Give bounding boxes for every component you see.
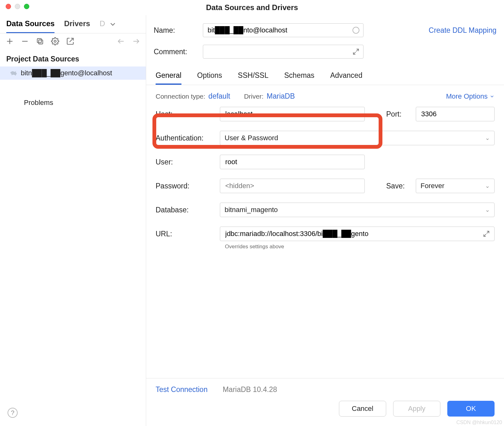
tab-data-sources[interactable]: Data Sources xyxy=(6,15,54,33)
comment-input[interactable] xyxy=(203,45,364,59)
auth-select[interactable]: User & Password ⌄ xyxy=(220,131,495,145)
auth-value: User & Password xyxy=(225,134,278,142)
password-field[interactable] xyxy=(225,181,360,190)
tab-advanced[interactable]: Advanced xyxy=(330,71,362,85)
expand-icon[interactable] xyxy=(483,230,490,237)
expand-icon[interactable] xyxy=(352,48,359,55)
svg-point-5 xyxy=(54,40,56,43)
mariadb-icon xyxy=(9,69,17,77)
gear-icon[interactable] xyxy=(51,37,59,45)
svg-line-10 xyxy=(353,52,356,54)
svg-rect-4 xyxy=(37,38,41,43)
tab-schemas[interactable]: Schemas xyxy=(284,71,314,85)
comment-field[interactable] xyxy=(207,47,352,56)
host-input[interactable] xyxy=(220,107,365,121)
password-input[interactable] xyxy=(220,179,365,193)
apply-button[interactable]: Apply xyxy=(393,401,440,417)
svg-line-12 xyxy=(484,234,486,236)
sidebar: Data Sources Drivers D Project Data Sour… xyxy=(0,15,146,426)
database-select[interactable]: bitnami_magento ⌄ xyxy=(220,203,495,217)
url-note: Overrides settings above xyxy=(225,244,495,250)
dialog-title: Data Sources and Drivers xyxy=(0,3,504,12)
ok-button[interactable]: OK xyxy=(447,401,495,417)
driver-label: Driver: xyxy=(244,93,264,100)
port-input[interactable] xyxy=(416,107,495,121)
more-options-link[interactable]: More Options xyxy=(446,92,495,101)
driver-version: MariaDB 10.4.28 xyxy=(223,385,277,394)
details-panel: Name: Create DDL Mapping Comment: xyxy=(146,15,504,426)
driver-value[interactable]: MariaDB xyxy=(267,92,295,101)
save-value: Forever xyxy=(421,182,444,190)
more-options-label: More Options xyxy=(446,92,488,101)
tab-general[interactable]: General xyxy=(156,71,181,85)
svg-line-9 xyxy=(356,49,358,51)
tab-extra[interactable]: D xyxy=(100,15,105,33)
user-field[interactable] xyxy=(225,158,360,166)
sidebar-toolbar xyxy=(0,33,146,49)
chevron-down-icon: ⌄ xyxy=(485,206,490,213)
connection-info-row: Connection type: default Driver: MariaDB… xyxy=(146,85,504,103)
sidebar-tabs: Data Sources Drivers D xyxy=(0,15,146,33)
chevron-down-icon[interactable] xyxy=(109,20,117,28)
port-label: Port: xyxy=(386,110,411,118)
tab-options[interactable]: Options xyxy=(197,71,222,85)
help-icon[interactable]: ? xyxy=(8,408,18,418)
comment-label: Comment: xyxy=(154,48,203,56)
minimize-window-icon[interactable] xyxy=(15,4,20,9)
copy-icon[interactable] xyxy=(36,37,44,45)
database-label: Database: xyxy=(156,206,215,214)
conn-type-value[interactable]: default xyxy=(209,92,230,101)
sidebar-problems[interactable]: Problems xyxy=(0,80,146,110)
conn-type-label: Connection type: xyxy=(156,93,205,100)
footer-test-row: Test Connection MariaDB 10.4.28 xyxy=(146,378,504,401)
url-field[interactable] xyxy=(225,229,483,238)
close-window-icon[interactable] xyxy=(6,4,11,9)
watermark: CSDN @hhkun0120 xyxy=(456,420,502,425)
port-field[interactable] xyxy=(421,110,490,118)
datasource-item[interactable]: bitn███_██gento@localhost xyxy=(0,66,146,80)
chevron-down-icon: ⌄ xyxy=(485,135,490,141)
window-controls xyxy=(0,4,29,9)
svg-rect-3 xyxy=(39,40,43,44)
chevron-down-icon: ⌄ xyxy=(485,182,490,189)
create-ddl-link[interactable]: Create DDL Mapping xyxy=(429,26,496,35)
color-picker-icon[interactable] xyxy=(352,27,359,34)
section-project-ds: Project Data Sources xyxy=(0,49,146,66)
back-arrow-icon[interactable] xyxy=(117,37,125,45)
url-label: URL: xyxy=(156,230,215,238)
user-input[interactable] xyxy=(220,155,365,169)
export-icon[interactable] xyxy=(66,37,74,45)
detail-tabs: General Options SSH/SSL Schemas Advanced xyxy=(146,69,504,85)
dialog-buttons: Cancel Apply OK xyxy=(146,401,504,426)
database-value: bitnami_magento xyxy=(225,206,278,214)
name-input[interactable] xyxy=(203,23,364,37)
test-connection-link[interactable]: Test Connection xyxy=(156,385,208,394)
title-bar: Data Sources and Drivers xyxy=(0,0,504,15)
datasource-label: bitn███_██gento@localhost xyxy=(21,69,112,77)
auth-label: Authentication: xyxy=(156,134,215,142)
chevron-down-icon xyxy=(490,94,495,99)
add-icon[interactable] xyxy=(6,37,14,45)
svg-line-6 xyxy=(70,38,73,42)
user-label: User: xyxy=(156,158,215,166)
save-label: Save: xyxy=(386,182,411,190)
save-select[interactable]: Forever ⌄ xyxy=(416,179,495,193)
host-label: Host: xyxy=(156,110,215,118)
tab-drivers[interactable]: Drivers xyxy=(64,15,90,33)
cancel-button[interactable]: Cancel xyxy=(339,401,386,417)
forward-arrow-icon[interactable] xyxy=(132,37,140,45)
name-label: Name: xyxy=(154,26,203,35)
maximize-window-icon[interactable] xyxy=(24,4,29,9)
tab-sshssl[interactable]: SSH/SSL xyxy=(238,71,268,85)
name-field[interactable] xyxy=(207,26,352,35)
host-field[interactable] xyxy=(225,110,360,118)
password-label: Password: xyxy=(156,182,215,190)
svg-line-11 xyxy=(487,231,489,233)
remove-icon[interactable] xyxy=(21,37,29,45)
url-input[interactable] xyxy=(220,227,495,241)
